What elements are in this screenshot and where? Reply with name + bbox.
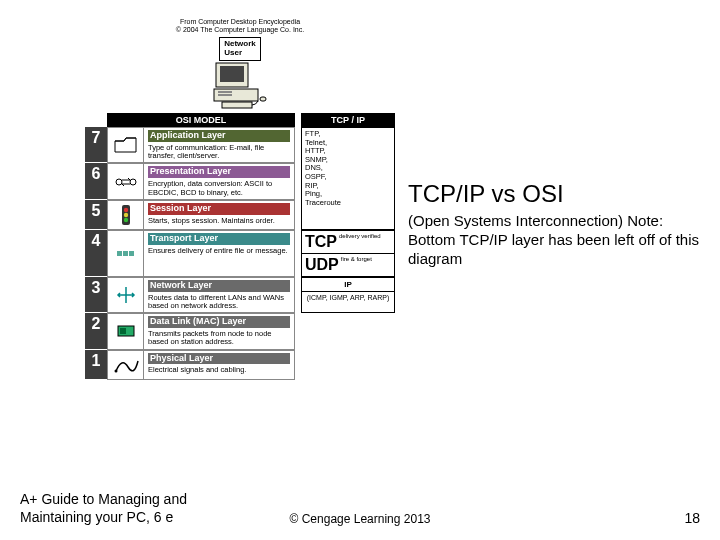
svg-rect-6 bbox=[222, 102, 252, 108]
layer-3-desc-cell: Network Layer Routes data to different L… bbox=[143, 277, 295, 313]
cable-icon bbox=[107, 350, 143, 380]
osi-header: OSI MODEL bbox=[107, 113, 295, 127]
svg-point-7 bbox=[116, 179, 122, 185]
layer-5-desc: Starts, stops session. Maintains order. bbox=[148, 217, 290, 225]
layer-num-7: 7 bbox=[85, 127, 107, 163]
ip-subnet-cell: (ICMP, IGMP, ARP, RARP) bbox=[302, 292, 394, 303]
layer-6-title: Presentation Layer bbox=[148, 166, 290, 178]
slide-subtitle: (Open Systems Interconnection) Note: Bot… bbox=[408, 212, 703, 268]
svg-rect-1 bbox=[220, 66, 244, 82]
routes-icon bbox=[107, 277, 143, 313]
layer-4-desc-cell: Transport Layer Ensures delivery of enti… bbox=[143, 230, 295, 277]
slide-text: TCP/IP vs OSI (Open Systems Interconnect… bbox=[408, 180, 703, 268]
nic-icon bbox=[107, 313, 143, 349]
layer-7-desc-cell: Application Layer Type of communication:… bbox=[143, 127, 295, 163]
layer-7-title: Application Layer bbox=[148, 130, 290, 142]
svg-point-10 bbox=[123, 208, 127, 212]
udp-cell: UDP fire & forget bbox=[302, 254, 394, 276]
osi-tcpip-diagram: From Computer Desktop Encyclopedia © 200… bbox=[85, 18, 395, 380]
blocks-icon bbox=[107, 230, 143, 277]
svg-point-18 bbox=[114, 369, 117, 372]
layer-2-title: Data Link (MAC) Layer bbox=[148, 316, 290, 328]
svg-rect-13 bbox=[117, 251, 122, 256]
attribution-line1: From Computer Desktop Encyclopedia bbox=[85, 18, 395, 26]
tcpip-header: TCP / IP bbox=[301, 113, 395, 127]
udp-label: UDP bbox=[305, 256, 339, 274]
svg-point-12 bbox=[123, 218, 127, 222]
svg-rect-3 bbox=[218, 91, 232, 93]
svg-rect-15 bbox=[129, 251, 134, 256]
folder-icon bbox=[107, 127, 143, 163]
layer-num-5: 5 bbox=[85, 200, 107, 230]
layer-2-desc: Transmits packets from node to node base… bbox=[148, 330, 290, 347]
slide-title: TCP/IP vs OSI bbox=[408, 180, 703, 208]
convert-icon bbox=[107, 163, 143, 199]
diagram-attribution: From Computer Desktop Encyclopedia © 200… bbox=[85, 18, 395, 33]
tcp-desc: delivery verified bbox=[339, 233, 381, 251]
svg-rect-14 bbox=[123, 251, 128, 256]
layer-6-desc: Encryption, data conversion: ASCII to EB… bbox=[148, 180, 290, 197]
slide-number: 18 bbox=[684, 510, 700, 526]
layer-7-desc: Type of communication: E-mail, file tran… bbox=[148, 144, 290, 161]
layer-4-desc: Ensures delivery of entire file or messa… bbox=[148, 247, 290, 255]
network-user-label: Network User bbox=[219, 37, 261, 61]
footer-book-title: A+ Guide to Managing and Maintaining you… bbox=[20, 491, 240, 526]
svg-rect-4 bbox=[218, 94, 232, 96]
svg-rect-5 bbox=[260, 97, 266, 101]
attribution-line2: © 2004 The Computer Language Co. Inc. bbox=[85, 26, 395, 34]
layer-2-desc-cell: Data Link (MAC) Layer Transmits packets … bbox=[143, 313, 295, 349]
layer-1-desc-cell: Physical Layer Electrical signals and ca… bbox=[143, 350, 295, 380]
layer-grid: OSI MODEL TCP / IP 7 Application Layer T… bbox=[85, 113, 395, 380]
layer-6-desc-cell: Presentation Layer Encryption, data conv… bbox=[143, 163, 295, 199]
layer-num-4: 4 bbox=[85, 230, 107, 277]
ip-cell: IP bbox=[302, 278, 394, 292]
tcpip-application-cell: FTP, Telnet, HTTP, SNMP, DNS, OSPF, RIP,… bbox=[301, 127, 395, 230]
traffic-light-icon bbox=[107, 200, 143, 230]
layer-5-desc-cell: Session Layer Starts, stops session. Mai… bbox=[143, 200, 295, 230]
svg-point-11 bbox=[123, 213, 127, 217]
layer-num-1: 1 bbox=[85, 350, 107, 380]
layer-1-title: Physical Layer bbox=[148, 353, 290, 365]
layer-5-title: Session Layer bbox=[148, 203, 290, 215]
layer-3-title: Network Layer bbox=[148, 280, 290, 292]
layer-num-2: 2 bbox=[85, 313, 107, 349]
layer-4-title: Transport Layer bbox=[148, 233, 290, 245]
computer-icon bbox=[210, 61, 270, 109]
network-user-block: Network User bbox=[85, 37, 395, 109]
svg-rect-17 bbox=[120, 328, 126, 334]
layer-1-desc: Electrical signals and cabling. bbox=[148, 366, 290, 374]
layer-3-desc: Routes data to different LANs and WANs b… bbox=[148, 294, 290, 311]
slide-footer: A+ Guide to Managing and Maintaining you… bbox=[20, 491, 700, 526]
footer-copyright: © Cengage Learning 2013 bbox=[290, 512, 431, 526]
layer-num-3: 3 bbox=[85, 277, 107, 313]
tcp-label: TCP bbox=[305, 233, 337, 251]
layer-num-6: 6 bbox=[85, 163, 107, 199]
svg-point-8 bbox=[130, 179, 136, 185]
tcp-cell: TCP delivery verified bbox=[302, 231, 394, 254]
udp-desc: fire & forget bbox=[341, 256, 372, 274]
